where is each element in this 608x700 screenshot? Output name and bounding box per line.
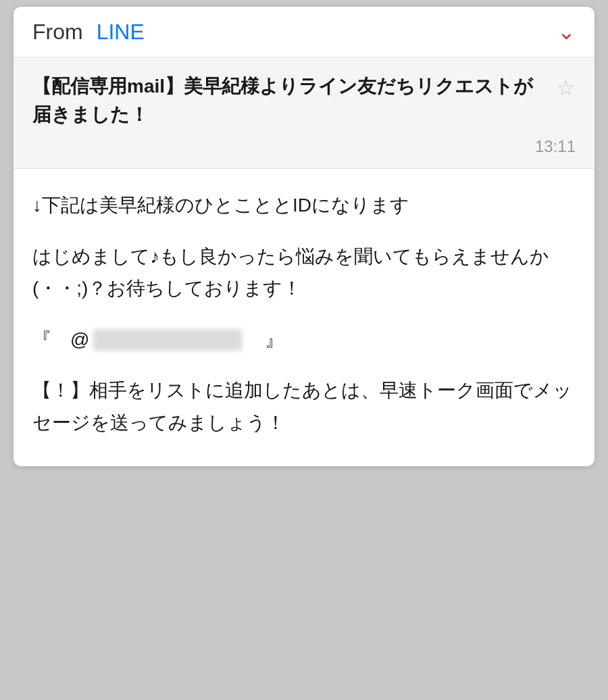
id-line: 『 @ 』 [32, 324, 576, 356]
blurred-id [93, 329, 242, 351]
from-label: From [32, 20, 83, 45]
email-timestamp-row: 13:11 [14, 134, 594, 169]
star-icon[interactable]: ☆ [556, 75, 576, 101]
body-paragraph-3: 【！】相手をリストに追加したあとは、早速トーク画面でメッセージを送ってみましょう… [32, 374, 576, 439]
email-container: From LINE ⌄ 【配信専用mail】美早紀様よりライン友だちリクエストが… [14, 7, 594, 466]
header-left: From LINE [32, 20, 145, 45]
id-suffix: 』 [246, 324, 284, 356]
body-paragraph-2: はじめまして♪もし良かったら悩みを聞いてもらえませんか(・・;)？お待ちしており… [32, 241, 576, 305]
email-subject: 【配信専用mail】美早紀様よりライン友だちリクエストが届きました！ [32, 72, 548, 129]
sender-name[interactable]: LINE [97, 20, 145, 45]
email-body: ↓下記は美早紀様のひとこととIDになります はじめまして♪もし良かったら悩みを聞… [14, 169, 594, 466]
email-timestamp: 13:11 [535, 137, 576, 156]
email-subject-row: 【配信専用mail】美早紀様よりライン友だちリクエストが届きました！ ☆ [14, 57, 594, 134]
chevron-down-icon[interactable]: ⌄ [557, 19, 576, 45]
email-header: From LINE ⌄ [14, 7, 594, 57]
id-prefix: 『 @ [32, 324, 89, 356]
body-paragraph-1: ↓下記は美早紀様のひとこととIDになります [32, 189, 576, 222]
